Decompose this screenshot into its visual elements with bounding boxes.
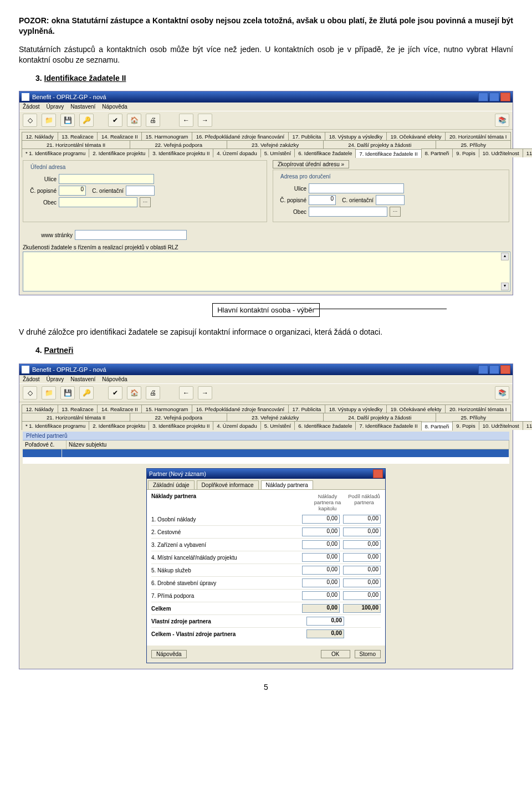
tool-icon-books[interactable]: 📚 (495, 114, 509, 127)
menu-napoveda[interactable]: Nápověda (102, 104, 127, 110)
tool-icon-check[interactable]: ✔ (108, 114, 122, 127)
grid-col-poradove[interactable]: Pořadové č. (23, 441, 66, 449)
menu-zadost[interactable]: Žádost (23, 104, 40, 110)
tab2-20[interactable]: 20. Horizontální témata I (445, 404, 511, 413)
input-obec-right[interactable] (309, 207, 387, 217)
tab-13[interactable]: 13. Realizace (58, 132, 98, 141)
tool-icon-house[interactable]: 🏠 (127, 114, 141, 127)
tab-2[interactable]: 2. Identifikace projektu (89, 148, 149, 157)
tab-7-active[interactable]: 7. Identifikace žadatele II (355, 149, 421, 158)
tab-24[interactable]: 24. Další projekty a žádosti (323, 140, 436, 149)
maximize-button[interactable] (489, 93, 499, 101)
r3b[interactable]: 0,00 (343, 540, 381, 549)
tab-14[interactable]: 14. Realizace II (97, 132, 142, 141)
tab2-17[interactable]: 17. Publicita (288, 404, 325, 413)
tool-icon-3[interactable]: 💾 (60, 114, 75, 127)
tab-22[interactable]: 22. Veřejná podpora (130, 140, 227, 149)
dlg-help-button[interactable]: Nápověda (151, 650, 187, 658)
r5a[interactable]: 0,00 (302, 566, 340, 575)
tool-icon-4b[interactable]: 🔑 (79, 386, 94, 400)
sum2a[interactable]: 0,00 (306, 617, 344, 626)
tab-8[interactable]: 8. Partneři (421, 148, 453, 157)
tab2-25[interactable]: 25. Přílohy (436, 413, 511, 422)
dlg-ok-button[interactable]: OK (321, 650, 350, 658)
nav-forward[interactable]: → (198, 114, 212, 127)
tool-icon-2b[interactable]: 📁 (42, 386, 56, 400)
tab2-21[interactable]: 21. Horizontální témata II (22, 413, 130, 422)
textarea-zkusenosti[interactable]: ▴ ▾ (23, 252, 510, 291)
tab2-23[interactable]: 23. Veřejné zakázky (227, 413, 324, 422)
copy-address-button[interactable]: Zkopírovat úřední adresu » (273, 160, 349, 168)
r2b[interactable]: 0,00 (343, 527, 381, 536)
dtab-zakladni[interactable]: Základní údaje (148, 480, 195, 489)
tab-25[interactable]: 25. Přílohy (436, 140, 511, 149)
r3a[interactable]: 0,00 (302, 540, 340, 549)
tab2-13[interactable]: 13. Realizace (58, 404, 98, 413)
r5b[interactable]: 0,00 (343, 566, 381, 575)
tab2-11[interactable]: 11. Rizika (523, 421, 532, 430)
tab2-7[interactable]: 7. Identifikace žadatele II (355, 421, 421, 430)
menu-nastaveni[interactable]: Nastavení (70, 104, 95, 110)
tool-icon-house-b[interactable]: 🏠 (127, 386, 141, 400)
tab-6[interactable]: 6. Identifikace žadatele (294, 148, 356, 157)
tool-icon-1b[interactable]: ◇ (23, 386, 37, 400)
r4b[interactable]: 0,00 (343, 553, 381, 562)
tab2-8-active[interactable]: 8. Partneři (421, 422, 453, 431)
tab2-1[interactable]: * 1. Identifikace programu (22, 421, 89, 430)
tab2-3[interactable]: 3. Identifikace projektu II (149, 421, 213, 430)
minimize-button[interactable] (478, 93, 488, 101)
tab-9[interactable]: 9. Popis (452, 148, 479, 157)
tool-icon-print[interactable]: 🖨 (146, 114, 160, 127)
menu-zadost-2[interactable]: Žádost (23, 376, 40, 382)
tool-icon-4[interactable]: 🔑 (79, 114, 94, 127)
tab-23[interactable]: 23. Veřejné zakázky (227, 140, 324, 149)
dialog-close-button[interactable] (373, 469, 383, 478)
tab2-12[interactable]: 12. Náklady (22, 404, 58, 413)
tab2-10[interactable]: 10. Udržitelnost (479, 421, 523, 430)
r6a[interactable]: 0,00 (302, 578, 340, 587)
nav-back-b[interactable]: ← (179, 386, 193, 400)
input-cpopis-left[interactable]: 0 (59, 186, 86, 196)
input-corient-left[interactable] (126, 186, 155, 196)
tab-19[interactable]: 19. Očekávané efekty (386, 132, 446, 141)
tab-16[interactable]: 16. Předpokládané zdroje financování (192, 132, 289, 141)
obec-picker-left[interactable]: … (140, 197, 151, 207)
tool-icon-2[interactable]: 📁 (42, 114, 56, 127)
tab2-16[interactable]: 16. Předpokládané zdroje financování (192, 404, 289, 413)
tab2-19[interactable]: 19. Očekávané efekty (386, 404, 446, 413)
nav-back[interactable]: ← (179, 114, 193, 127)
tab-1[interactable]: * 1. Identifikace programu (22, 148, 89, 157)
tab2-14[interactable]: 14. Realizace II (97, 404, 142, 413)
r4a[interactable]: 0,00 (302, 553, 340, 562)
r7b[interactable]: 0,00 (343, 591, 381, 600)
tab-20[interactable]: 20. Horizontální témata I (445, 132, 511, 141)
tool-icon-check-b[interactable]: ✔ (108, 386, 122, 400)
tab2-24[interactable]: 24. Další projekty a žádosti (323, 413, 436, 422)
tab2-5[interactable]: 5. Umístění (260, 421, 295, 430)
tool-icon-1[interactable]: ◇ (23, 114, 37, 127)
input-obec-left[interactable] (59, 197, 137, 207)
input-www[interactable] (75, 230, 187, 240)
tab-21[interactable]: 21. Horizontální témata II (22, 140, 130, 149)
tab-15[interactable]: 15. Harmonogram (141, 132, 192, 141)
menu-napoveda-2[interactable]: Nápověda (102, 376, 127, 382)
r2a[interactable]: 0,00 (302, 527, 340, 536)
tab2-22[interactable]: 22. Veřejná podpora (130, 413, 227, 422)
scroll-up-icon[interactable]: ▴ (501, 253, 509, 260)
menu-upravy-2[interactable]: Úpravy (47, 376, 64, 382)
menu-nastaveni-2[interactable]: Nastavení (70, 376, 95, 382)
tool-icon-print-b[interactable]: 🖨 (146, 386, 160, 400)
tab-5[interactable]: 5. Umístění (260, 148, 295, 157)
tab-11[interactable]: 11. Rizika (523, 148, 532, 157)
tab-18[interactable]: 18. Výstupy a výsledky (325, 132, 387, 141)
r1b[interactable]: 0,00 (343, 515, 381, 524)
tab-12[interactable]: 12. Náklady (22, 132, 58, 141)
tab2-18[interactable]: 18. Výstupy a výsledky (325, 404, 387, 413)
grid-col-nazev[interactable]: Název subjektu (66, 441, 509, 449)
maximize-button-2[interactable] (489, 365, 499, 374)
tab2-6[interactable]: 6. Identifikace žadatele (294, 421, 356, 430)
tool-icon-books-b[interactable]: 📚 (495, 386, 509, 400)
grid-cell-1[interactable] (23, 449, 62, 457)
grid-cell-2[interactable] (62, 449, 509, 457)
tab-4[interactable]: 4. Území dopadu (213, 148, 260, 157)
